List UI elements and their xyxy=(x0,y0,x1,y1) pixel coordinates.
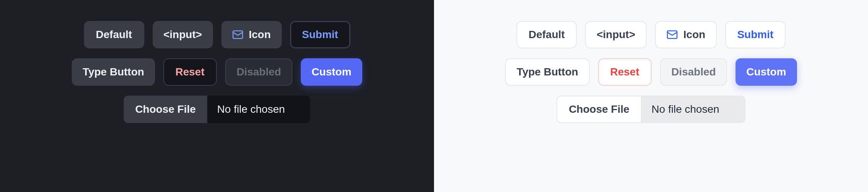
custom-button-label: Custom xyxy=(311,66,351,78)
custom-button[interactable]: Custom xyxy=(736,58,797,86)
type-button[interactable]: Type Button xyxy=(72,58,155,86)
svg-rect-0 xyxy=(233,31,242,38)
submit-button-label: Submit xyxy=(737,29,773,41)
custom-button-label: Custom xyxy=(746,66,786,78)
type-button-label: Type Button xyxy=(516,66,578,78)
file-status: No file chosen xyxy=(207,96,310,123)
input-button[interactable]: <input> xyxy=(585,21,647,48)
light-panel: Default <input> Icon Submit Type Button … xyxy=(434,0,868,192)
disabled-button-label: Disabled xyxy=(671,66,716,78)
choose-file-label: Choose File xyxy=(569,103,629,115)
row-2: Type Button Reset Disabled Custom xyxy=(505,58,797,86)
row-1: Default <input> Icon Submit xyxy=(516,21,786,48)
file-input[interactable]: Choose File No file chosen xyxy=(557,96,745,123)
input-button[interactable]: <input> xyxy=(153,21,213,48)
disabled-button-label: Disabled xyxy=(237,66,281,78)
submit-button-label: Submit xyxy=(302,29,338,41)
default-button[interactable]: Default xyxy=(84,21,144,48)
custom-button[interactable]: Custom xyxy=(301,58,362,86)
icon-button[interactable]: Icon xyxy=(655,21,717,48)
row-3: Choose File No file chosen xyxy=(124,96,310,123)
choose-file-button[interactable]: Choose File xyxy=(124,96,207,123)
disabled-button: Disabled xyxy=(225,58,293,86)
default-button-label: Default xyxy=(96,29,132,41)
icon-button-label: Icon xyxy=(249,29,271,41)
choose-file-button[interactable]: Choose File xyxy=(557,96,642,122)
reset-button[interactable]: Reset xyxy=(598,58,652,86)
reset-button[interactable]: Reset xyxy=(163,58,217,86)
submit-button[interactable]: Submit xyxy=(290,21,350,48)
input-button-label: <input> xyxy=(163,29,202,41)
input-button-label: <input> xyxy=(597,29,635,41)
file-status: No file chosen xyxy=(642,96,745,122)
default-button-label: Default xyxy=(529,29,565,41)
choose-file-label: Choose File xyxy=(135,103,196,115)
svg-rect-1 xyxy=(668,31,677,38)
submit-button[interactable]: Submit xyxy=(725,21,786,48)
mail-icon xyxy=(666,29,678,40)
disabled-button: Disabled xyxy=(660,58,728,86)
reset-button-label: Reset xyxy=(176,66,205,78)
dark-panel: Default <input> Icon Submit Type Button … xyxy=(0,0,434,192)
type-button-label: Type Button xyxy=(82,66,144,78)
mail-icon xyxy=(232,29,244,40)
file-input[interactable]: Choose File No file chosen xyxy=(124,96,310,123)
icon-button-label: Icon xyxy=(683,29,705,41)
row-1: Default <input> Icon Submit xyxy=(84,21,350,48)
icon-button[interactable]: Icon xyxy=(221,21,282,48)
row-2: Type Button Reset Disabled Custom xyxy=(72,58,362,86)
reset-button-label: Reset xyxy=(610,66,639,78)
row-3: Choose File No file chosen xyxy=(557,96,745,123)
default-button[interactable]: Default xyxy=(516,21,577,48)
type-button[interactable]: Type Button xyxy=(505,58,589,86)
